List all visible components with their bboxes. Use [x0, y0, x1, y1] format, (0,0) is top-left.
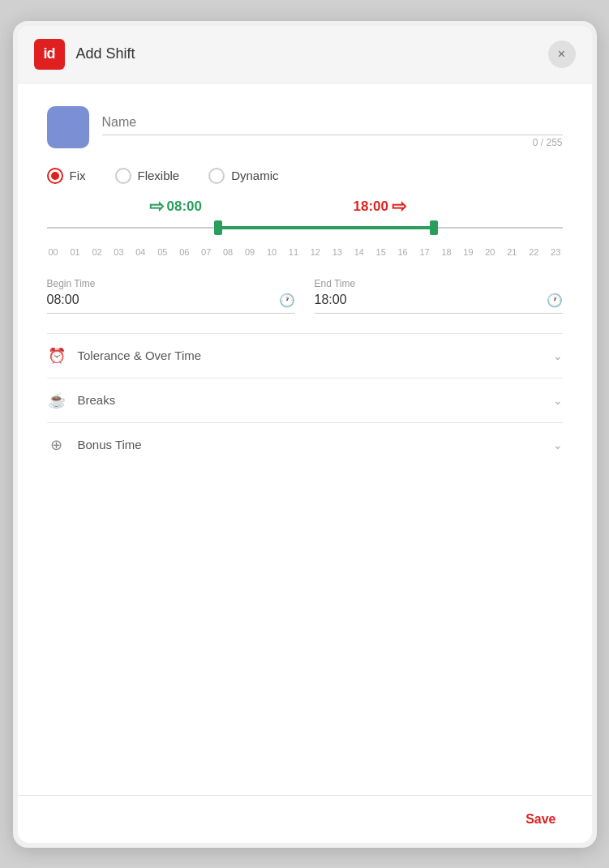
breaks-label: Breaks	[78, 393, 116, 407]
modal-title: Add Shift	[76, 45, 537, 62]
bonus-icon: ⊕	[47, 436, 66, 454]
accordion-tolerance[interactable]: ⏰ Tolerance & Over Time ⌄	[47, 333, 563, 378]
timeline-ticks: 00 01 02 03 04 05 06 07 08 09 10 11 12 1…	[47, 247, 563, 257]
logo-text: id	[44, 45, 55, 62]
close-icon: ×	[558, 47, 565, 62]
bonus-chevron-icon: ⌄	[553, 438, 563, 451]
radio-fix-label: Fix	[70, 169, 86, 182]
tolerance-label: Tolerance & Over Time	[78, 348, 202, 362]
accordion-breaks[interactable]: ☕ Breaks ⌄	[47, 378, 563, 422]
tolerance-icon: ⏰	[47, 347, 66, 365]
tick-12: 12	[311, 247, 320, 257]
tick-07: 07	[201, 247, 211, 257]
begin-time-label: Begin Time	[47, 278, 295, 289]
accordion-tolerance-left: ⏰ Tolerance & Over Time	[47, 347, 202, 365]
save-button[interactable]: Save	[519, 809, 562, 830]
begin-time-wrap: 🕐	[47, 293, 295, 314]
begin-clock-icon: 🕐	[279, 293, 295, 308]
tick-16: 16	[398, 247, 408, 257]
radio-fix-dot	[51, 172, 59, 180]
end-clock-icon: 🕐	[547, 293, 563, 308]
accordion-bonus-left: ⊕ Bonus Time	[47, 436, 142, 454]
end-time-input[interactable]	[315, 293, 547, 307]
begin-time-input[interactable]	[47, 293, 279, 307]
tick-03: 03	[114, 247, 123, 257]
modal-inner: id Add Shift × 0 / 255	[18, 26, 592, 843]
logo-box: id	[34, 39, 65, 70]
radio-dynamic[interactable]: Dynamic	[208, 168, 278, 184]
tick-00: 00	[49, 247, 58, 257]
tick-05: 05	[157, 247, 167, 257]
name-row: 0 / 255	[47, 106, 563, 148]
modal-outer: id Add Shift × 0 / 255	[13, 21, 597, 848]
accordion-breaks-left: ☕ Breaks	[47, 391, 116, 409]
timeline-handle-end[interactable]	[430, 220, 438, 235]
modal-body: 0 / 255 Fix Flexible Dynamic	[18, 83, 592, 795]
tick-14: 14	[354, 247, 364, 257]
accordion-bonus[interactable]: ⊕ Bonus Time ⌄	[47, 422, 563, 467]
tick-10: 10	[267, 247, 277, 257]
radio-flexible-circle	[115, 168, 131, 184]
tolerance-chevron-icon: ⌄	[553, 349, 563, 362]
tick-01: 01	[70, 247, 79, 257]
breaks-chevron-icon: ⌄	[553, 394, 563, 407]
radio-group: Fix Flexible Dynamic	[47, 168, 563, 184]
tick-09: 09	[245, 247, 255, 257]
tick-06: 06	[179, 247, 189, 257]
color-picker-button[interactable]	[47, 106, 89, 148]
radio-dynamic-label: Dynamic	[231, 169, 278, 182]
tick-18: 18	[441, 247, 451, 257]
begin-time-group: Begin Time 🕐	[47, 278, 295, 314]
tick-23: 23	[551, 247, 560, 257]
name-input[interactable]	[102, 110, 563, 135]
tick-04: 04	[135, 247, 145, 257]
radio-fix[interactable]: Fix	[47, 168, 86, 184]
timeline-bar[interactable]	[47, 212, 563, 244]
body-spacer	[47, 467, 563, 772]
tick-02: 02	[92, 247, 101, 257]
radio-flexible-label: Flexible	[138, 169, 180, 182]
tick-13: 13	[332, 247, 342, 257]
tick-17: 17	[419, 247, 429, 257]
tick-19: 19	[463, 247, 473, 257]
tick-21: 21	[507, 247, 517, 257]
radio-fix-circle	[47, 168, 63, 184]
time-inputs-row: Begin Time 🕐 End Time 🕐	[47, 278, 563, 314]
close-button[interactable]: ×	[548, 41, 576, 68]
breaks-icon: ☕	[47, 391, 66, 409]
tick-20: 20	[485, 247, 495, 257]
modal-header: id Add Shift ×	[18, 26, 592, 83]
end-time-wrap: 🕐	[315, 293, 563, 314]
end-time-label: End Time	[315, 278, 563, 289]
radio-flexible[interactable]: Flexible	[115, 168, 180, 184]
end-time-group: End Time 🕐	[315, 278, 563, 314]
radio-dynamic-circle	[208, 168, 225, 184]
tick-08: 08	[223, 247, 233, 257]
char-count: 0 / 255	[102, 137, 563, 148]
tick-11: 11	[289, 247, 298, 257]
bonus-label: Bonus Time	[78, 438, 142, 451]
timeline-handle-start[interactable]	[214, 220, 222, 235]
timeline-active-range	[218, 226, 433, 229]
tick-22: 22	[529, 247, 538, 257]
timeline-section: ⇨ 08:00 18:00 ⇨ 00	[47, 207, 563, 257]
tick-15: 15	[376, 247, 386, 257]
name-field-wrap: 0 / 255	[102, 110, 563, 148]
modal-footer: Save	[18, 795, 592, 843]
